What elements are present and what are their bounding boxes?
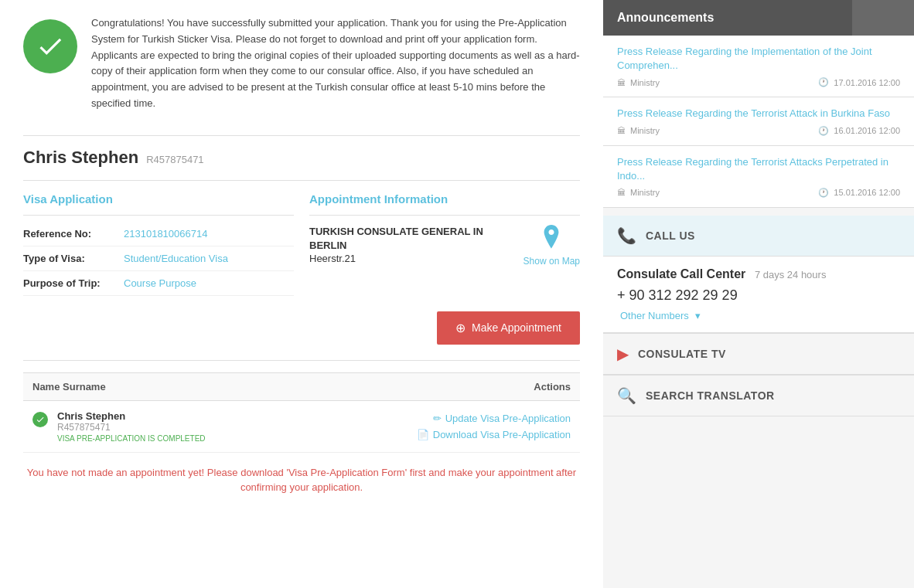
table-header: Name Surname Actions (23, 372, 580, 401)
purpose-label: Purpose of Trip: (23, 277, 124, 289)
announcement-meta-0: 🏛 Ministry 🕐 17.01.2016 12:00 (617, 77, 900, 87)
button-section: ⊕ Make Appointment (23, 311, 580, 345)
col-name-header: Name Surname (32, 381, 106, 393)
user-ref: R457875471 (146, 154, 203, 165)
announcement-source-2: Ministry (630, 188, 660, 197)
ref-row: Reference No: 213101810066714 (23, 222, 294, 246)
call-details: Consulate Call Center 7 days 24 hours + … (603, 257, 914, 333)
ref-value: 213101810066714 (124, 228, 207, 240)
success-icon (23, 19, 77, 73)
announcement-source-0: Ministry (630, 78, 660, 87)
appointment-button-icon: ⊕ (455, 321, 466, 335)
download-application-link[interactable]: 📄 Download Visa Pre-Application (417, 429, 571, 440)
row-ref: R457875471 (57, 422, 206, 433)
phone-icon: 📞 (617, 226, 636, 245)
map-label[interactable]: Show on Map (524, 256, 580, 267)
announcement-source-1: Ministry (630, 126, 660, 135)
warning-message: You have not made an appointment yet! Pl… (23, 465, 580, 495)
user-name: Chris Stephen (23, 148, 138, 167)
call-us-title: CALL US (646, 229, 695, 242)
announcement-link-2[interactable]: Press Release Regarding the Terrorist At… (617, 155, 900, 183)
visa-type-row: Type of Visa: Student/Education Visa (23, 246, 294, 271)
announcement-item-1: Press Release Regarding the Terrorist At… (603, 97, 914, 145)
announcement-date-1: 16.01.2016 12:00 (834, 126, 900, 135)
purpose-value: Course Purpose (124, 277, 196, 289)
row-status: VISA PRE-APPLICATION IS COMPLETED (57, 434, 206, 443)
ministry-icon-0: 🏛 (617, 78, 626, 87)
other-numbers-label: Other Numbers (620, 310, 689, 321)
chevron-down-icon: ▾ (695, 310, 701, 321)
col-actions-header: Actions (534, 381, 571, 393)
ministry-icon-1: 🏛 (617, 126, 626, 135)
announcements-list: Press Release Regarding the Implementati… (603, 36, 914, 208)
row-user-info: Chris Stephen R457875471 VISA PRE-APPLIC… (57, 410, 206, 443)
consulate-address: Heerstr.21 (309, 253, 508, 264)
phone-number: + 90 312 292 29 29 (617, 287, 900, 304)
appointment-details: TURKISH CONSULATE GENERAL IN BERLIN Heer… (309, 225, 508, 264)
announcements-header: Announcements (603, 0, 914, 36)
map-section[interactable]: Show on Map (524, 225, 580, 267)
appointment-title: Appointment Information (309, 192, 580, 206)
success-message: Congratulations! You have successfully s… (91, 15, 580, 112)
user-info: Chris StephenR457875471 (23, 148, 580, 168)
consulate-label: Consulate Call Center (617, 267, 745, 280)
ministry-icon-2: 🏛 (617, 188, 626, 197)
download-icon: 📄 (417, 429, 429, 440)
purpose-row: Purpose of Trip: Course Purpose (23, 271, 294, 296)
announcement-meta-1: 🏛 Ministry 🕐 16.01.2016 12:00 (617, 126, 900, 136)
clock-icon-2: 🕐 (818, 188, 829, 198)
row-check-icon (32, 412, 48, 427)
row-actions: ✏ Update Visa Pre-Application 📄 Download… (417, 413, 571, 440)
call-us-section: 📞 CALL US (603, 216, 914, 257)
announcement-meta-2: 🏛 Ministry 🕐 15.01.2016 12:00 (617, 188, 900, 198)
row-left: Chris Stephen R457875471 VISA PRE-APPLIC… (32, 410, 206, 443)
clock-icon-1: 🕐 (818, 126, 829, 136)
visa-type-label: Type of Visa: (23, 253, 124, 264)
other-numbers-link[interactable]: Other Numbers ▾ (617, 310, 900, 321)
announcement-item-2: Press Release Regarding the Terrorist At… (603, 146, 914, 208)
tv-icon: ▶ (617, 345, 629, 363)
announcements-title: Announcements (617, 11, 714, 24)
success-section: Congratulations! You have successfully s… (23, 15, 580, 112)
visa-application-section: Visa Application Reference No: 213101810… (23, 192, 294, 296)
clock-icon-0: 🕐 (818, 77, 829, 87)
announcement-date-2: 15.01.2016 12:00 (834, 188, 900, 197)
consulate-name: TURKISH CONSULATE GENERAL IN BERLIN (309, 225, 508, 253)
pencil-icon: ✏ (433, 413, 442, 424)
search-translator-section[interactable]: 🔍 SEARCH TRANSLATOR (603, 375, 914, 416)
announcement-link-1[interactable]: Press Release Regarding the Terrorist At… (617, 107, 900, 121)
sidebar: Announcements Press Release Regarding th… (603, 0, 914, 588)
appointment-section: Appointment Information TURKISH CONSULAT… (309, 192, 580, 296)
visa-type-value: Student/Education Visa (124, 253, 228, 264)
appointment-button-label: Make Appointment (472, 321, 561, 334)
announcement-link-0[interactable]: Press Release Regarding the Implementati… (617, 45, 900, 73)
consulate-tv-section[interactable]: ▶ CONSULATE TV (603, 333, 914, 375)
announcement-item-0: Press Release Regarding the Implementati… (603, 36, 914, 97)
update-label: Update Visa Pre-Application (445, 413, 571, 424)
visa-section-title: Visa Application (23, 192, 294, 206)
table-row: Chris Stephen R457875471 VISA PRE-APPLIC… (23, 401, 580, 453)
row-name: Chris Stephen (57, 410, 206, 422)
consulate-tv-title: CONSULATE TV (638, 348, 726, 360)
call-hours: 7 days 24 hours (755, 269, 827, 280)
download-label: Download Visa Pre-Application (433, 429, 571, 440)
announcement-date-0: 17.01.2016 12:00 (834, 78, 900, 87)
two-col-section: Visa Application Reference No: 213101810… (23, 192, 580, 296)
make-appointment-button[interactable]: ⊕ Make Appointment (437, 311, 580, 345)
ref-label: Reference No: (23, 228, 124, 240)
appointment-box: TURKISH CONSULATE GENERAL IN BERLIN Heer… (309, 225, 580, 267)
search-translator-title: SEARCH TRANSLATOR (646, 389, 775, 402)
update-application-link[interactable]: ✏ Update Visa Pre-Application (433, 413, 571, 424)
main-content: Congratulations! You have successfully s… (0, 0, 603, 588)
search-translator-icon: 🔍 (617, 386, 636, 405)
